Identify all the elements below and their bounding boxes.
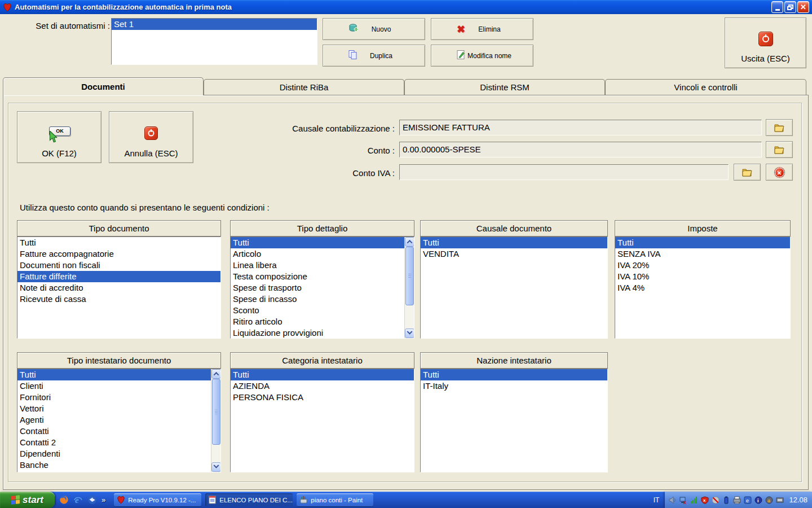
conto-iva-clear-button[interactable]: ✕ xyxy=(766,164,793,181)
taskbar-task-readypro[interactable]: Ready Pro V10.9.12 -... xyxy=(114,493,201,506)
set-list-item[interactable]: Set 1 xyxy=(112,19,317,30)
chevron-icon[interactable]: » xyxy=(102,496,105,504)
uscita-button[interactable]: Uscita (ESC) xyxy=(725,17,806,68)
listbox-imposte[interactable]: Imposte TuttiSENZA IVAIVA 20%IVA 10%IVA … xyxy=(615,220,791,339)
causale-browse-button[interactable] xyxy=(766,119,793,136)
signal-icon[interactable] xyxy=(690,496,698,504)
info-circle-icon[interactable]: i xyxy=(754,496,762,504)
list-item[interactable]: Tutti xyxy=(231,237,404,248)
list-item[interactable]: SENZA IVA xyxy=(615,248,790,260)
task-label: Ready Pro V10.9.12 -... xyxy=(128,497,196,503)
tab-documenti[interactable]: Documenti xyxy=(3,77,204,95)
listbox-nazione-intestatario[interactable]: Nazione intestatario TuttiIT-Italy xyxy=(420,352,608,472)
taskbar-task-elenco[interactable]: ELENCO PIANO DEI C... xyxy=(205,493,293,506)
list-item[interactable]: IVA 20% xyxy=(615,260,790,271)
conto-iva-browse-button[interactable] xyxy=(734,164,761,181)
restore-button[interactable] xyxy=(784,1,796,13)
annulla-button[interactable]: Annulla (ESC) xyxy=(109,111,193,163)
list-item[interactable]: AZIENDA xyxy=(231,380,414,392)
svg-text:e: e xyxy=(746,498,749,503)
listbox-tipo-documento[interactable]: Tipo documento TuttiFatture accompagnato… xyxy=(17,220,221,339)
folder-icon xyxy=(774,146,784,154)
list-item[interactable]: Ricevute di cassa xyxy=(17,294,220,305)
list-item[interactable]: Note di accredito xyxy=(17,282,220,294)
nuovo-button[interactable]: Nuovo xyxy=(323,18,425,40)
start-button[interactable]: start xyxy=(0,492,55,508)
volume-icon[interactable] xyxy=(668,496,677,504)
list-item[interactable]: Tutti xyxy=(231,369,414,380)
scroll-up-button[interactable] xyxy=(211,369,221,379)
list-item[interactable]: Articolo xyxy=(231,248,404,260)
elimina-button[interactable]: ✖ Elimina xyxy=(431,18,533,40)
scroll-down-button[interactable] xyxy=(211,462,221,472)
list-item[interactable]: IVA 10% xyxy=(615,271,790,282)
mail-bird-icon[interactable] xyxy=(87,495,97,505)
list-item[interactable]: VENDITA xyxy=(421,248,607,260)
conto-browse-button[interactable] xyxy=(766,141,793,158)
printer-icon[interactable] xyxy=(732,496,741,504)
list-item[interactable]: Liquidazione provvigioni xyxy=(231,327,404,339)
tab-distinte-rsm[interactable]: Distinte RSM xyxy=(404,79,605,95)
list-item[interactable]: Linea libera xyxy=(231,260,404,271)
list-item[interactable]: Fatture accompagnatorie xyxy=(17,248,220,260)
duplica-button[interactable]: Duplica xyxy=(323,45,425,67)
list-item[interactable]: IT-Italy xyxy=(421,380,607,392)
list-item[interactable]: Tutti xyxy=(421,237,607,248)
close-button[interactable]: ✕ xyxy=(797,1,809,13)
causale-input[interactable]: EMISSIONE FATTURA xyxy=(399,120,762,135)
list-item[interactable]: Documenti non fiscali xyxy=(17,260,220,271)
tab-distinte-riba[interactable]: Distinte RiBa xyxy=(204,79,404,95)
listbox-header: Tipo intestatario documento xyxy=(17,352,221,369)
a-circle-icon[interactable]: a xyxy=(765,496,773,504)
ok-button[interactable]: OK OK (F12) xyxy=(17,111,102,163)
list-item[interactable]: PERSONA FISICA xyxy=(231,392,414,403)
list-item[interactable]: Clienti xyxy=(17,380,211,392)
set-listbox[interactable]: Set 1 xyxy=(111,18,317,65)
list-item[interactable]: Tutti xyxy=(421,369,607,380)
listbox-tipo-dettaglio[interactable]: Tipo dettaglio TuttiArticoloLinea libera… xyxy=(230,220,414,339)
network-offline-icon[interactable]: x xyxy=(679,496,687,504)
firefox-icon[interactable] xyxy=(59,495,69,505)
list-item[interactable]: Sconto xyxy=(231,305,404,316)
vertical-scrollbar[interactable] xyxy=(404,237,414,338)
list-item[interactable]: Agenti xyxy=(17,414,211,426)
list-item[interactable]: Tutti xyxy=(615,237,790,248)
list-item[interactable]: Banche xyxy=(17,459,211,471)
list-item[interactable]: Tutti xyxy=(17,369,211,380)
quick-launch: e » xyxy=(55,495,110,505)
listbox-tipo-intestatario[interactable]: Tipo intestatario documento TuttiClienti… xyxy=(17,352,221,472)
list-item[interactable]: Dipendenti xyxy=(17,448,211,459)
list-item[interactable]: Fornitori xyxy=(17,392,211,403)
blocked-icon[interactable] xyxy=(711,496,720,504)
queue-icon[interactable] xyxy=(775,496,784,504)
list-item[interactable]: Vettori xyxy=(17,403,211,414)
list-item[interactable]: Testa composizione xyxy=(231,271,404,282)
list-item[interactable]: Contatti xyxy=(17,426,211,437)
list-item[interactable]: Spese di incasso xyxy=(231,294,404,305)
internet-explorer-icon[interactable]: e xyxy=(73,495,83,505)
security-shield-icon[interactable]: x xyxy=(700,496,709,504)
list-item[interactable]: IVA 4% xyxy=(615,282,790,294)
app-blue-icon[interactable]: e xyxy=(743,496,752,504)
modifica-nome-button[interactable]: Modifica nome xyxy=(431,45,533,67)
language-indicator[interactable]: IT xyxy=(654,496,660,504)
tab-vincoli-controlli[interactable]: Vincoli e controlli xyxy=(605,79,806,95)
list-item[interactable]: Contatti 2 xyxy=(17,437,211,448)
battery-icon[interactable] xyxy=(722,496,730,504)
list-item[interactable]: Ritiro articolo xyxy=(231,316,404,327)
vertical-scrollbar[interactable] xyxy=(211,369,220,472)
conto-iva-input[interactable] xyxy=(399,164,729,180)
listbox-categoria-intestatario[interactable]: Categoria intestatario TuttiAZIENDAPERSO… xyxy=(230,352,414,472)
listbox-causale-documento[interactable]: Causale documento TuttiVENDITA xyxy=(420,220,608,339)
scrollbar-thumb[interactable] xyxy=(212,379,220,445)
scroll-down-button[interactable] xyxy=(405,329,414,338)
list-item[interactable]: Fatture differite xyxy=(17,271,220,282)
list-item[interactable]: Tutti xyxy=(17,237,220,248)
scroll-up-button[interactable] xyxy=(405,237,414,247)
minimize-button[interactable] xyxy=(771,1,783,13)
list-item[interactable]: Spese di trasporto xyxy=(231,282,404,294)
taskbar-task-paint[interactable]: piano conti - Paint xyxy=(297,493,373,506)
conto-iva-label: Conto IVA : xyxy=(226,168,395,178)
scrollbar-thumb[interactable] xyxy=(405,247,414,305)
conto-input[interactable]: 0.00.000005-SPESE xyxy=(399,142,762,157)
